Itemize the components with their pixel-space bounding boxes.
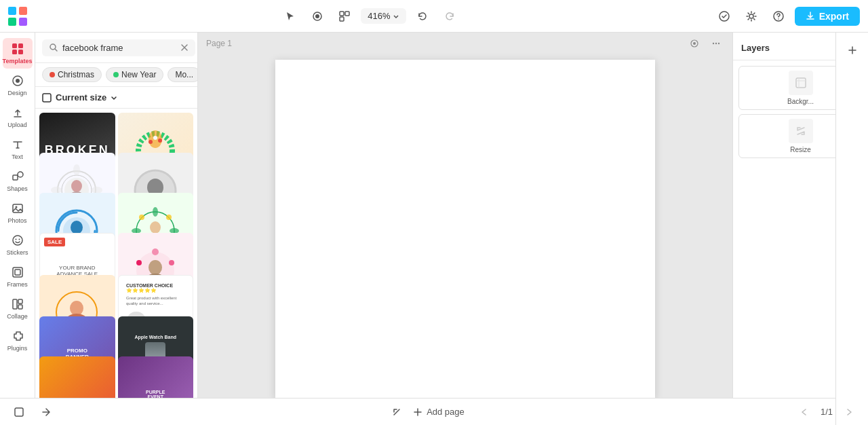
svg-rect-84 [796, 78, 806, 88]
sidebar-item-stickers[interactable]: Stickers [3, 229, 33, 260]
prev-page-button[interactable] [793, 401, 815, 423]
svg-point-57 [153, 207, 158, 217]
svg-point-64 [150, 221, 161, 234]
svg-rect-7 [345, 12, 349, 16]
review-title: CUSTOMER CHOICE ⭐⭐⭐⭐⭐ [126, 283, 185, 293]
filter-tag-newyear[interactable]: New Year [106, 67, 163, 82]
canvas-page[interactable] [275, 60, 655, 398]
sidebar-item-text[interactable]: Text [3, 134, 33, 164]
search-field[interactable] [62, 43, 176, 53]
svg-rect-14 [18, 43, 23, 48]
svg-point-59 [170, 228, 179, 234]
christmas-label: Christmas [58, 70, 94, 79]
settings-button[interactable] [741, 5, 762, 27]
canvas-settings-button[interactable] [686, 35, 703, 52]
bottom-icon-3[interactable] [386, 401, 408, 423]
svg-point-72 [136, 260, 142, 265]
svg-point-77 [70, 301, 83, 316]
help-button[interactable] [768, 5, 789, 27]
svg-point-37 [158, 138, 162, 143]
svg-point-62 [166, 215, 172, 220]
bottom-left [8, 401, 57, 423]
right-icon-panel [835, 33, 868, 398]
shapes-label: Shapes [7, 185, 28, 192]
clear-search-button[interactable] [180, 43, 189, 52]
pointer-tool-button[interactable] [279, 5, 301, 27]
christmas-dot [50, 72, 55, 77]
bottom-bar: Add page 1/1 [0, 398, 868, 425]
canvas-more-button[interactable] [708, 35, 724, 52]
sidebar-item-design[interactable]: Design [3, 70, 33, 100]
svg-point-83 [718, 43, 719, 44]
more-label: Mo... [175, 70, 193, 79]
newyear-label: New Year [121, 70, 156, 79]
svg-rect-27 [15, 270, 20, 275]
svg-rect-1 [19, 7, 27, 15]
record-button[interactable] [307, 5, 328, 27]
sale-badge: SALE [44, 238, 65, 246]
right-icon-1[interactable] [840, 38, 865, 62]
sidebar-item-photos[interactable]: Photos [3, 198, 33, 228]
filter-tags: Christmas New Year Mo... [35, 63, 197, 87]
canvas-actions [686, 35, 724, 52]
stickers-label: Stickers [6, 249, 28, 256]
sidebar-item-plugins[interactable]: Plugins [3, 325, 33, 356]
svg-rect-28 [13, 299, 17, 309]
bottom-icon-1[interactable] [8, 401, 30, 423]
size-label: Current size [56, 92, 106, 103]
view-mode-button[interactable] [334, 5, 355, 27]
sidebar-item-frames[interactable]: Frames [3, 261, 33, 292]
sidebar-item-shapes[interactable]: Shapes [3, 166, 33, 196]
background-layer-label: Backgr... [787, 98, 814, 105]
resize-layer-thumb [789, 119, 813, 143]
svg-point-82 [715, 43, 717, 44]
bottom-icon-2[interactable] [35, 401, 57, 423]
right-panels: Layers Backgr... Resize [732, 33, 868, 398]
search-input-wrapper[interactable] [42, 39, 195, 56]
food-content: FOOD SALE [39, 356, 115, 398]
svg-point-12 [778, 18, 779, 20]
add-page-button[interactable]: Add page [413, 407, 465, 417]
sidebar-item-upload[interactable]: Upload [3, 102, 33, 132]
svg-rect-16 [18, 50, 23, 54]
export-button[interactable]: Export [795, 7, 860, 26]
canvas-toolbar: Page 1 [198, 33, 732, 54]
svg-rect-6 [340, 12, 344, 16]
undo-button[interactable] [412, 5, 433, 27]
svg-point-22 [15, 206, 17, 208]
purple-content: PURPLEEVENT [118, 356, 194, 398]
size-header[interactable]: Current size [35, 87, 197, 109]
filter-tag-christmas[interactable]: Christmas [42, 67, 102, 82]
next-page-button[interactable] [838, 401, 860, 423]
template-grid: BROKEN [35, 109, 197, 398]
frames-label: Frames [7, 281, 28, 288]
shield-icon-button[interactable] [713, 5, 735, 27]
redo-button[interactable] [439, 5, 460, 27]
sidebar-item-collage[interactable]: Collage [3, 293, 33, 324]
export-label: Export [819, 11, 849, 22]
topbar-center: 416% [279, 5, 460, 27]
svg-point-25 [18, 239, 20, 240]
search-icon [49, 43, 58, 52]
main-layout: Templates Design Upload Text [0, 33, 868, 398]
collage-label: Collage [7, 313, 28, 320]
canvas-wrapper [198, 33, 732, 398]
svg-point-61 [139, 215, 144, 220]
svg-point-10 [749, 14, 753, 18]
purple-text: PURPLEEVENT [146, 390, 165, 398]
plugins-label: Plugins [7, 345, 28, 352]
zoom-value: 416% [368, 11, 390, 21]
filter-tag-more[interactable]: Mo... [167, 67, 197, 82]
search-bar [35, 33, 197, 63]
svg-point-20 [18, 172, 23, 177]
photos-label: Photos [7, 217, 26, 224]
newyear-dot [113, 72, 119, 77]
sidebar-item-templates[interactable]: Templates [3, 38, 33, 69]
svg-point-36 [153, 136, 157, 140]
svg-rect-15 [12, 50, 17, 54]
template-item-13[interactable]: FOOD SALE [39, 356, 115, 398]
topbar-left [8, 7, 27, 26]
svg-point-73 [149, 260, 162, 275]
zoom-control[interactable]: 416% [361, 8, 406, 24]
template-item-14[interactable]: PURPLEEVENT [118, 356, 194, 398]
